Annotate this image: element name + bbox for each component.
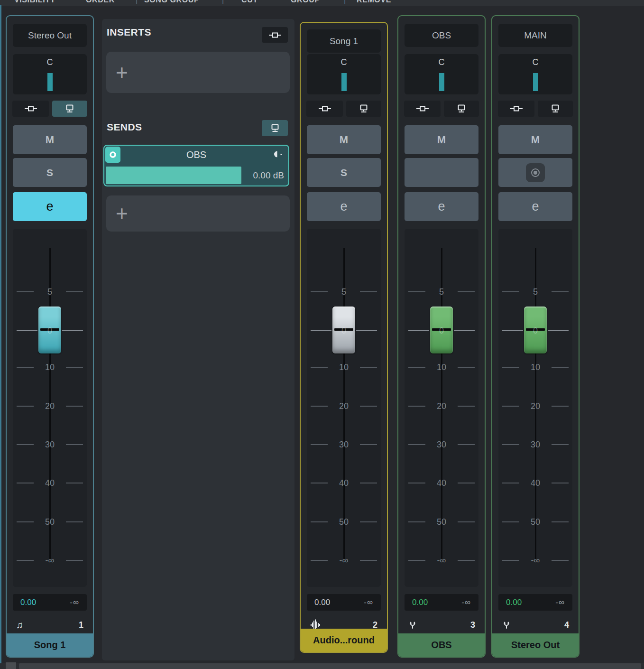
solo-button[interactable]: S (307, 158, 381, 187)
send-level-value: 0.00 dB (253, 167, 285, 184)
toolbar-item-order[interactable]: ORDER (86, 0, 115, 4)
toolbar-item-remove[interactable]: REMOVE (357, 0, 391, 4)
edit-button[interactable]: e (307, 192, 381, 221)
insert-bypass-icon (269, 32, 281, 38)
pan-control[interactable]: C (405, 54, 478, 94)
inserts-bypass-button[interactable] (262, 27, 288, 43)
pan-value: C (307, 57, 381, 67)
channel-strip-main[interactable]: MAIN C M e 501020304050-∞ 0.00 -∞ (491, 15, 580, 658)
peak-value: -∞ (461, 598, 471, 607)
channel-info-row: ♫ 1 (7, 617, 93, 633)
channel-name[interactable]: MAIN (498, 24, 572, 47)
pan-control[interactable]: C (498, 54, 572, 94)
toolbar-item-song-group[interactable]: SONG GROUP (144, 0, 199, 4)
channel-label[interactable]: Stereo Out (492, 633, 579, 657)
pan-control[interactable]: C (13, 54, 87, 94)
channel-strip-obs[interactable]: OBS C M e 501020304050-∞ 0.00 -∞ 3 (397, 15, 486, 658)
music-note-icon: ♫ (16, 620, 23, 631)
channel-info-row: 4 (492, 617, 579, 633)
solo-button[interactable] (405, 158, 478, 187)
pan-control[interactable]: C (307, 54, 381, 94)
insert-bypass-button[interactable] (404, 101, 441, 117)
channel-name[interactable]: Stereo Out (13, 24, 87, 47)
toolbar-separator: | (344, 0, 346, 4)
monitor-button[interactable] (346, 101, 381, 117)
inserts-title: INSERTS (107, 27, 151, 38)
level-display[interactable]: 0.00 -∞ (405, 594, 478, 611)
channel-label[interactable]: OBS (398, 633, 485, 657)
channel-label[interactable]: Audio...round (301, 629, 387, 652)
send-pan-icon[interactable] (273, 151, 283, 159)
toolbar: VISIBILITY ORDER | SONG GROUP | CUT GROU… (0, 0, 644, 6)
edit-button[interactable]: e (498, 192, 572, 221)
level-display[interactable]: 0.00 -∞ (307, 594, 381, 611)
horizontal-scrollbar-thumb[interactable] (19, 663, 641, 669)
left-edge-accent (0, 5, 1, 664)
toolbar-item-visibility[interactable]: VISIBILITY (14, 0, 55, 4)
channel-editor-panel: INSERTS + SENDS OBS 0.00 dB + (102, 19, 294, 660)
toolbar-item-cut[interactable]: CUT (241, 0, 258, 4)
channel-name[interactable]: Song 1 (307, 29, 381, 53)
pan-value: C (498, 57, 572, 67)
volume-fader[interactable]: 501020304050-∞ (405, 229, 478, 587)
monitor-button[interactable] (538, 101, 573, 117)
pan-bar (47, 73, 53, 91)
mute-button[interactable]: M (498, 125, 572, 154)
edit-button[interactable]: e (405, 192, 478, 221)
listen-chip (526, 163, 545, 182)
volume-fader[interactable]: 501020304050-∞ (307, 229, 381, 587)
channel-number: 1 (79, 620, 83, 630)
channel-label[interactable]: Song 1 (7, 633, 93, 657)
channel-name[interactable]: OBS (405, 24, 478, 47)
send-level-bar[interactable] (106, 167, 241, 184)
sends-title: SENDS (107, 121, 142, 133)
edit-button[interactable]: e (13, 192, 87, 221)
send-destination: OBS (123, 147, 269, 163)
fader-value: 0.00 (412, 598, 428, 607)
monitor-icon (359, 104, 368, 113)
add-insert-slot[interactable]: + (106, 52, 290, 93)
monitor-icon (457, 104, 466, 113)
solo-button[interactable]: S (13, 158, 87, 187)
mixer-window: VISIBILITY ORDER | SONG GROUP | CUT GROU… (0, 0, 644, 669)
insert-bypass-button[interactable] (12, 101, 49, 117)
listen-circle-icon (530, 167, 541, 178)
mute-button[interactable]: M (405, 125, 478, 154)
channel-number: 3 (470, 620, 475, 630)
level-display[interactable]: 0.00 -∞ (13, 594, 87, 611)
insert-bypass-icon (25, 105, 37, 112)
add-send-slot[interactable]: + (106, 195, 290, 232)
send-slot-obs[interactable]: OBS 0.00 dB (103, 145, 289, 186)
mute-button[interactable]: M (13, 125, 87, 154)
insert-bypass-button[interactable] (306, 101, 343, 117)
monitor-icon (65, 104, 74, 113)
channel-strip-song-1[interactable]: Song 1 C M S e 501020304050-∞ 0.00 -∞ 2 (300, 22, 388, 653)
monitor-button[interactable] (444, 101, 479, 117)
mute-button[interactable]: M (307, 125, 381, 154)
peak-value: -∞ (364, 598, 373, 607)
monitor-icon (551, 104, 560, 113)
insert-bypass-icon (416, 105, 429, 112)
pan-value: C (405, 57, 478, 67)
pan-bar (439, 73, 444, 91)
volume-fader[interactable]: 501020304050-∞ (498, 229, 572, 587)
toolbar-separator: | (222, 0, 224, 4)
pan-value: C (13, 57, 87, 67)
pan-bar (341, 73, 347, 91)
sends-monitor-button[interactable] (262, 120, 288, 136)
channel-number: 4 (564, 620, 569, 630)
monitor-button[interactable] (52, 101, 87, 117)
scrollbar-corner (6, 662, 16, 669)
insert-bypass-icon (510, 105, 523, 112)
output-split-icon (408, 620, 417, 630)
toolbar-item-group[interactable]: GROUP (291, 0, 320, 4)
toolbar-separator: | (136, 0, 138, 4)
listen-button[interactable] (498, 158, 572, 187)
send-power-button[interactable] (105, 147, 120, 163)
peak-value: -∞ (555, 598, 565, 607)
volume-fader[interactable]: 501020304050-∞ (13, 229, 87, 587)
insert-bypass-icon (319, 105, 331, 112)
channel-strip-stereo-out[interactable]: Stereo Out C M S e 501020304050-∞ 0.00 -… (6, 15, 94, 658)
level-display[interactable]: 0.00 -∞ (498, 594, 572, 611)
insert-bypass-button[interactable] (498, 101, 534, 117)
